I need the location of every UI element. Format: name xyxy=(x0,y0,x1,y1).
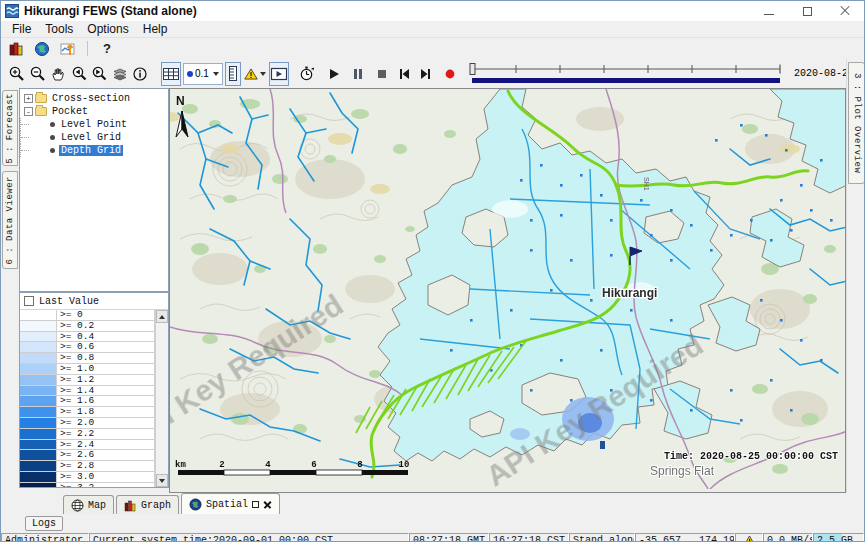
tree-item-depth-grid[interactable]: Depth Grid xyxy=(20,144,168,157)
tree-connector xyxy=(20,131,50,144)
globe-grid-icon xyxy=(71,499,84,512)
step-back-button[interactable] xyxy=(396,62,412,86)
tree-item-level-grid[interactable]: Level Grid xyxy=(20,131,168,144)
timeline-period-bar xyxy=(472,78,780,83)
right-tab-strip: 3 : Plot Overview xyxy=(846,59,865,493)
record-icon xyxy=(443,67,457,81)
status-user: Administrator xyxy=(1,533,89,542)
record-button[interactable] xyxy=(442,62,458,86)
step-forward-button[interactable] xyxy=(418,62,434,86)
zoom-next-icon xyxy=(91,65,108,82)
legend-scrollbar[interactable] xyxy=(155,310,168,487)
menu-help[interactable]: Help xyxy=(136,21,175,37)
top-toolbar: ? xyxy=(1,38,864,59)
gauge-display-button[interactable] xyxy=(225,62,241,86)
pan-hand-icon xyxy=(50,66,66,82)
tab-plot-overview[interactable]: 3 : Plot Overview xyxy=(848,62,865,184)
gauge-icon xyxy=(226,65,240,82)
svg-text:6: 6 xyxy=(311,460,316,470)
status-mode: Stand alone xyxy=(569,533,635,542)
zoom-out-icon xyxy=(29,65,46,82)
area-label: Springs Flat xyxy=(650,464,715,478)
tab-map[interactable]: Map xyxy=(63,495,114,514)
help-button[interactable]: ? xyxy=(96,40,118,58)
zoom-in-button[interactable] xyxy=(7,62,26,86)
map-display-button[interactable] xyxy=(31,40,53,58)
menu-bar: File Tools Options Help xyxy=(1,21,864,38)
minimize-button[interactable] xyxy=(750,1,788,21)
tree-item-level-point[interactable]: Level Point xyxy=(20,118,168,131)
scroll-up-button[interactable] xyxy=(156,310,168,323)
scroll-down-button[interactable] xyxy=(156,474,168,487)
map-view[interactable]: API Key Required API Key Required N Hiku… xyxy=(169,88,846,493)
status-warning[interactable] xyxy=(735,533,763,542)
layers-button[interactable] xyxy=(111,62,129,86)
boxed-play-icon xyxy=(270,66,288,82)
zoom-next-button[interactable] xyxy=(90,62,109,86)
bullet-icon xyxy=(50,122,55,127)
pause-button[interactable] xyxy=(350,62,366,86)
layers-tree: + Cross-section - Pocket Level Point xyxy=(19,88,169,292)
toolbar-separator xyxy=(87,41,88,56)
status-system-time: Current system time:2020-09-01 00:00 CST xyxy=(89,533,409,542)
stop-icon xyxy=(375,67,389,81)
status-gmt-time: 08:27:18 GMT xyxy=(409,533,489,542)
legend-row: >= 0.2 xyxy=(20,321,155,332)
database-display-button[interactable] xyxy=(5,40,27,58)
menu-options[interactable]: Options xyxy=(80,21,135,37)
logs-row: Logs xyxy=(1,514,864,533)
menu-tools[interactable]: Tools xyxy=(38,21,80,37)
step-forward-icon xyxy=(419,67,433,81)
zoom-previous-icon xyxy=(70,65,87,82)
maximize-button[interactable] xyxy=(788,1,826,21)
info-button[interactable] xyxy=(131,62,149,86)
status-network: 0.0 MB/s xyxy=(763,533,813,542)
legend-classbreaks: >= 0 >= 0.2 >= 0.4 >= 0.6 >= 0.8 >= 1.0 … xyxy=(20,310,155,487)
stop-button[interactable] xyxy=(374,62,390,86)
animation-window-button[interactable] xyxy=(269,62,289,86)
maximize-icon xyxy=(803,7,812,16)
menu-file[interactable]: File xyxy=(5,21,38,37)
zoom-previous-button[interactable] xyxy=(69,62,88,86)
bar-chart-icon xyxy=(124,499,137,512)
tab-graph[interactable]: Graph xyxy=(116,495,179,514)
bar-chart-icon xyxy=(8,41,24,57)
close-panel-icon[interactable] xyxy=(263,500,272,509)
tree-item-cross-section[interactable]: + Cross-section xyxy=(20,92,168,105)
map-time-label: Time: 2020-08-25 00:00:00 CST xyxy=(664,451,838,462)
timeseries-display-button[interactable] xyxy=(57,40,79,58)
zoom-out-button[interactable] xyxy=(28,62,47,86)
pause-icon xyxy=(351,67,365,81)
legend-row: >= 1.2 xyxy=(20,375,155,386)
animation-settings-button[interactable] xyxy=(297,62,316,86)
last-value-checkbox[interactable] xyxy=(24,296,34,306)
collapse-icon[interactable]: - xyxy=(24,107,33,116)
status-bar: Administrator Current system time:2020-0… xyxy=(1,533,864,542)
threshold-dropdown[interactable]: 0.1 xyxy=(183,63,223,85)
grid-display-button[interactable] xyxy=(161,62,181,86)
map-toolbar: 0.1 xyxy=(1,59,846,88)
status-coordinates: -35.657 , 174.199 xyxy=(635,533,735,542)
tab-spatial[interactable]: Spatial xyxy=(181,493,280,514)
close-icon xyxy=(840,6,850,16)
logs-button[interactable]: Logs xyxy=(25,516,63,531)
close-button[interactable] xyxy=(826,1,864,21)
info-icon xyxy=(132,66,148,82)
tab-data-viewer[interactable]: 6 : Data Viewer xyxy=(2,171,18,269)
svg-text:4: 4 xyxy=(265,460,271,470)
grid-icon xyxy=(162,66,180,82)
map-graphics xyxy=(170,89,846,489)
warning-triangle-icon xyxy=(244,66,258,82)
expand-icon[interactable]: + xyxy=(24,94,33,103)
window-title: Hikurangi FEWS (Stand alone) xyxy=(24,4,197,18)
timeline-handle xyxy=(470,63,475,74)
tree-item-pocket[interactable]: - Pocket xyxy=(20,105,168,118)
thresholds-warning-button[interactable] xyxy=(243,62,267,86)
tab-forecast[interactable]: 5 : Forecast xyxy=(2,90,18,166)
timeline-slider[interactable] xyxy=(468,62,786,86)
play-button[interactable] xyxy=(326,62,342,86)
last-value-checkbox-row[interactable]: Last Value xyxy=(20,293,168,310)
pan-button[interactable] xyxy=(49,62,67,86)
maximize-panel-icon[interactable] xyxy=(252,501,259,508)
svg-text:km: km xyxy=(175,460,186,470)
